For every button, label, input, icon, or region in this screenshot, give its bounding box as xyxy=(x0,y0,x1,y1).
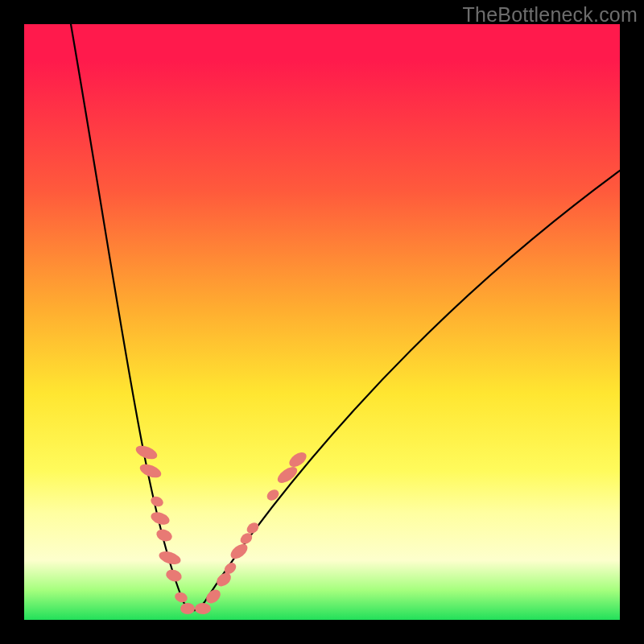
marker-dot xyxy=(180,603,195,614)
chart-container: TheBottleneck.com xyxy=(0,0,644,644)
watermark-text: TheBottleneck.com xyxy=(463,3,638,27)
bottleneck-curve xyxy=(71,24,620,611)
marker-dot xyxy=(138,461,163,480)
plot-area xyxy=(24,24,620,620)
marker-dot xyxy=(275,464,300,486)
marker-dot xyxy=(265,487,281,502)
marker-dot xyxy=(149,494,164,508)
curve-svg xyxy=(24,24,620,620)
marker-dot xyxy=(195,603,211,614)
marker-dot xyxy=(134,443,159,461)
marker-dot xyxy=(155,527,174,543)
marker-dot xyxy=(228,541,250,562)
marker-dot xyxy=(174,591,189,604)
marker-dot xyxy=(164,568,183,583)
